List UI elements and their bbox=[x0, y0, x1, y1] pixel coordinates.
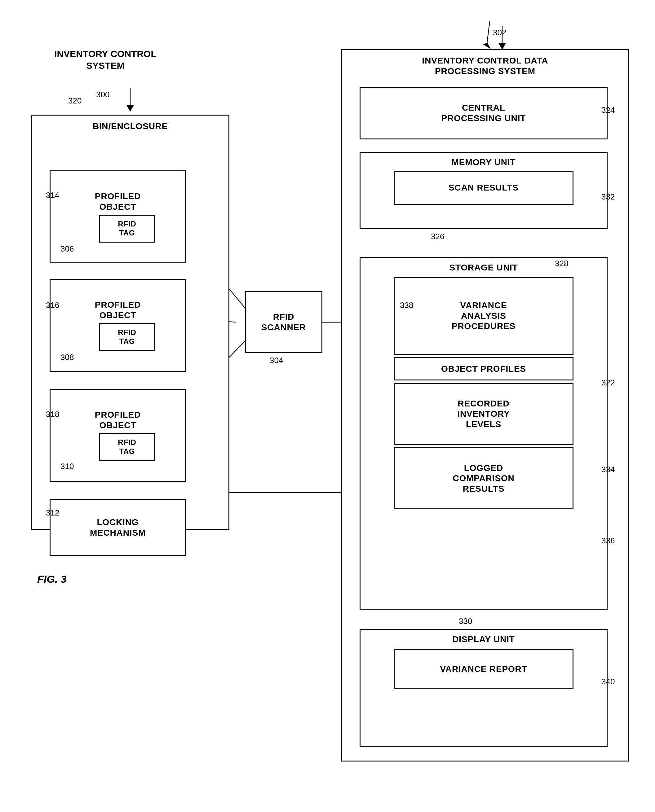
scan-results-box: SCAN RESULTS bbox=[394, 171, 574, 205]
system-title-label: INVENTORY CONTROL SYSTEM bbox=[53, 48, 158, 71]
ref-312: 312 bbox=[46, 508, 59, 518]
memory-unit-box: MEMORY UNIT SCAN RESULTS bbox=[360, 152, 607, 229]
svg-marker-23 bbox=[484, 43, 490, 48]
locking-mechanism-box: LOCKING MECHANISM bbox=[49, 499, 186, 556]
variance-analysis-label: VARIANCE ANALYSIS PROCEDURES bbox=[452, 300, 515, 332]
scan-results-label: SCAN RESULTS bbox=[449, 183, 519, 193]
figure-label: FIG. 3 bbox=[37, 573, 66, 585]
display-unit-box: DISPLAY UNIT VARIANCE REPORT bbox=[360, 629, 607, 747]
icdps-label: INVENTORY CONTROL DATA PROCESSING SYSTEM bbox=[422, 55, 548, 76]
svg-marker-3 bbox=[127, 105, 133, 111]
scanner-ref: 304 bbox=[270, 356, 283, 365]
object-profiles-box: OBJECT PROFILES bbox=[394, 357, 574, 381]
rfid-tag-306-label: RFID TAG bbox=[118, 220, 136, 238]
ref-314: 314 bbox=[46, 190, 59, 200]
rfid-tag-310-label: RFID TAG bbox=[118, 438, 136, 456]
locking-mechanism-label: LOCKING MECHANISM bbox=[90, 517, 146, 538]
cpu-ref: 324 bbox=[601, 105, 615, 115]
ref-316: 316 bbox=[46, 301, 59, 310]
storage-unit-box: STORAGE UNIT VARIANCE ANALYSIS PROCEDURE… bbox=[360, 257, 607, 610]
ref-306: 306 bbox=[60, 244, 74, 254]
bin-label: BIN/ENCLOSURE bbox=[93, 121, 168, 132]
rfid-scanner-label: RFID SCANNER bbox=[261, 312, 306, 332]
memory-label: MEMORY UNIT bbox=[452, 157, 516, 167]
logged-comparison-label: LOGGED COMPARISON RESULTS bbox=[453, 463, 514, 494]
ref-308: 308 bbox=[60, 353, 74, 362]
rfid-tag-308-box: RFID TAG bbox=[99, 323, 155, 351]
cpu-label: CENTRAL PROCESSING UNIT bbox=[441, 103, 526, 123]
object-profiles-label: OBJECT PROFILES bbox=[441, 364, 526, 374]
profiled-object-310-label: PROFILED OBJECT bbox=[95, 410, 141, 430]
recorded-inventory-label: RECORDED INVENTORY LEVELS bbox=[457, 398, 510, 430]
rfid-tag-306-box: RFID TAG bbox=[99, 215, 155, 243]
variance-report-box: VARIANCE REPORT bbox=[394, 649, 574, 689]
ref-318: 318 bbox=[46, 410, 59, 419]
profiled-object-308-label: PROFILED OBJECT bbox=[95, 299, 141, 320]
rfid-tag-308-label: RFID TAG bbox=[118, 328, 136, 346]
storage-outer-ref: 322 bbox=[601, 378, 615, 388]
scan-ref: 332 bbox=[601, 192, 615, 202]
logged-comparison-box: LOGGED COMPARISON RESULTS bbox=[394, 447, 574, 509]
system-ref: 300 bbox=[96, 90, 109, 100]
variance-ref: 338 bbox=[400, 301, 413, 310]
svg-line-22 bbox=[487, 21, 490, 46]
rfid-scanner-box: RFID SCANNER bbox=[245, 291, 322, 353]
rfid-tag-310-box: RFID TAG bbox=[99, 433, 155, 461]
profiled-object-306-label: PROFILED OBJECT bbox=[95, 191, 141, 212]
logged-ref: 336 bbox=[601, 536, 615, 546]
display-ref: 330 bbox=[459, 617, 472, 626]
bin-ref: 320 bbox=[68, 96, 81, 106]
variance-report-label: VARIANCE REPORT bbox=[440, 664, 527, 674]
display-label: DISPLAY UNIT bbox=[452, 634, 515, 645]
storage-label: STORAGE UNIT bbox=[449, 262, 518, 273]
variance-report-ref: 340 bbox=[601, 677, 615, 686]
svg-marker-1 bbox=[499, 43, 505, 49]
ref-310: 310 bbox=[60, 462, 74, 471]
recorded-inventory-box: RECORDED INVENTORY LEVELS bbox=[394, 383, 574, 445]
icdps-ref: 302 bbox=[493, 28, 506, 37]
ref-328: 328 bbox=[555, 259, 568, 268]
ref-326: 326 bbox=[431, 232, 444, 241]
recorded-ref: 334 bbox=[601, 465, 615, 474]
cpu-box: CENTRAL PROCESSING UNIT bbox=[360, 87, 607, 140]
variance-analysis-box: VARIANCE ANALYSIS PROCEDURES bbox=[394, 277, 574, 355]
